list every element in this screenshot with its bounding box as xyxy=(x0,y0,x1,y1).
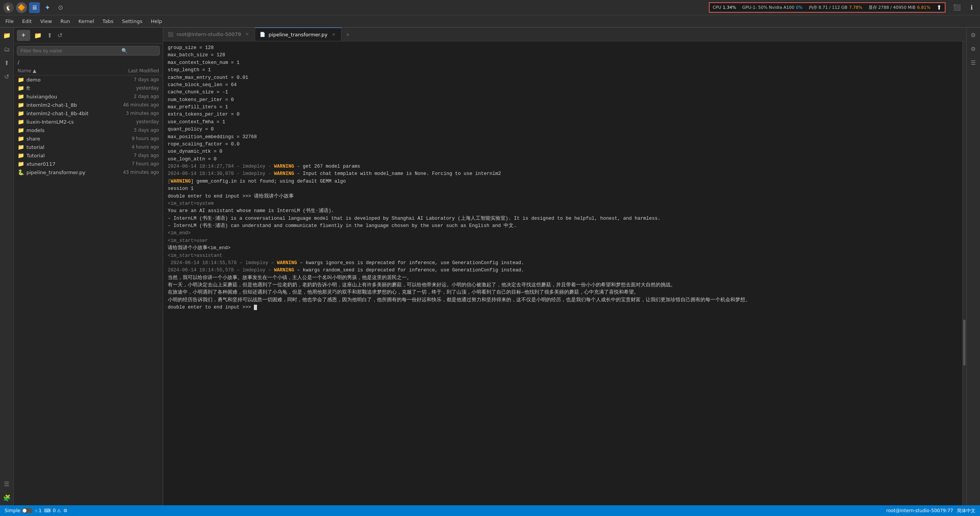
settings-gear[interactable]: ⚙ xyxy=(63,508,67,513)
menu-help[interactable]: Help xyxy=(147,17,166,26)
terminal-line: cache_chunk_size = -1 xyxy=(168,89,958,96)
list-item[interactable]: 📁ftyesterday xyxy=(14,84,163,92)
info-icon[interactable]: ℹ xyxy=(966,2,977,13)
list-item[interactable]: 📁models3 days ago xyxy=(14,126,163,134)
simple-label: Simple xyxy=(5,508,20,513)
menu-file[interactable]: File xyxy=(2,17,18,26)
terminal-line: <im_start>system xyxy=(168,200,958,207)
folder-icon: 📁 xyxy=(18,119,24,125)
file-name: share xyxy=(26,136,98,142)
terminal-line: double enter to end input >>> 请给我讲个小故事 xyxy=(168,193,958,200)
upload-button[interactable]: ⬆ xyxy=(46,30,54,41)
menu-view[interactable]: View xyxy=(36,17,56,26)
file-name: models xyxy=(26,127,98,133)
list-item[interactable]: 📁xtuner01177 hours ago xyxy=(14,160,163,168)
right-icon-2[interactable]: ⚙ xyxy=(968,44,979,54)
system-tray: ⬛ ℹ xyxy=(952,2,977,13)
folder-icon: 📁 xyxy=(18,93,24,100)
app-icon-blue[interactable]: 🖥 xyxy=(29,2,40,13)
menu-edit[interactable]: Edit xyxy=(18,17,36,26)
terminal-line: group_size = 128 xyxy=(168,44,958,52)
file-list-header[interactable]: Name ▲ Last Modified xyxy=(14,67,163,75)
activity-list-icon[interactable]: ☰ xyxy=(2,478,12,489)
list-item[interactable]: 📁tutorial4 hours ago xyxy=(14,143,163,151)
scrollbar-thumb[interactable] xyxy=(963,320,965,366)
file-modified: 9 hours ago xyxy=(98,136,159,141)
new-file-button[interactable]: + xyxy=(17,30,30,41)
list-item[interactable]: 📁huixiangdou2 days ago xyxy=(14,92,163,101)
activity-puzzle-icon[interactable]: 🧩 xyxy=(2,492,12,503)
list-item[interactable]: 🐍pipeline_transformer.py43 minutes ago xyxy=(14,168,163,176)
folder-icon: 📁 xyxy=(18,110,24,116)
folder-icon: 📁 xyxy=(18,144,24,150)
screen-icon[interactable]: ⬛ xyxy=(952,2,962,13)
menu-tabs[interactable]: Tabs xyxy=(99,17,118,26)
list-item[interactable]: 📁internlm2-chat-1_8b46 minutes ago xyxy=(14,101,163,109)
activity-refresh-icon[interactable]: ↺ xyxy=(2,71,12,82)
list-item[interactable]: 📁internlm2-chat-1_8b-4bit3 minutes ago xyxy=(14,109,163,118)
app-icon-git[interactable]: ✦ xyxy=(42,2,53,13)
error-status[interactable]: 0 ⚠ xyxy=(53,508,61,513)
file-modified: 43 minutes ago xyxy=(98,170,159,175)
file-modified: yesterday xyxy=(98,119,159,124)
folder-icon: 📁 xyxy=(18,77,24,83)
list-item[interactable]: 📁liuxin-InternLM2-csyesterday xyxy=(14,118,163,126)
keyboard-status[interactable]: ⌨ xyxy=(44,508,51,513)
file-list: 📁demo7 days ago📁ftyesterday📁huixiangdou2… xyxy=(14,75,163,505)
list-item[interactable]: 📁share9 hours ago xyxy=(14,134,163,143)
tab-terminal-label: root@intern-studio-50079 xyxy=(177,31,241,37)
terminal-line: 2024-06-14 18:14:27,784 - lmdeploy - WAR… xyxy=(168,163,958,170)
terminal-line: 2024-06-14 18:14:55,578 – lmdeploy – WAR… xyxy=(168,260,958,267)
right-icon-1[interactable]: ⚙ xyxy=(968,30,979,41)
menu-kernel[interactable]: Kernel xyxy=(75,17,98,26)
scrollbar[interactable] xyxy=(962,41,966,505)
list-item[interactable]: 📁Tutorial7 days ago xyxy=(14,151,163,160)
terminal-line: use_context_fmha = 1 xyxy=(168,119,958,126)
tab-editor[interactable]: 📄 pipeline_transformer.py ✕ xyxy=(255,28,342,41)
menu-settings[interactable]: Settings xyxy=(118,17,146,26)
system-bar: 🐧 🔶 🖥 ✦ ⊙ CPU 1.34% GPU-1: 50% Nvidia A1… xyxy=(0,0,980,15)
monitor-up-icon[interactable]: ⬆ xyxy=(937,4,942,11)
folder-icon: 📁 xyxy=(18,85,24,91)
app-icon-orange[interactable]: 🔶 xyxy=(16,2,27,13)
activity-folder-icon[interactable]: 🗂 xyxy=(2,44,12,54)
terminal-content[interactable]: group_size = 128max_batch_size = 128max_… xyxy=(163,41,962,505)
tab-terminal[interactable]: ⬛ root@intern-studio-50079 ✕ xyxy=(163,28,255,41)
terminal-line: <im_end> xyxy=(168,230,958,237)
toggle-track[interactable] xyxy=(22,508,33,513)
simple-toggle[interactable]: Simple xyxy=(5,508,33,513)
file-name: internlm2-chat-1_8b xyxy=(26,102,98,108)
branch-status[interactable]: ⑃ 1 xyxy=(35,508,42,513)
new-folder-button[interactable]: 📁 xyxy=(33,30,43,41)
status-left: Simple ⑃ 1 ⌨ 0 ⚠ ⚙ xyxy=(5,508,67,513)
python-file-icon: 📄 xyxy=(260,32,265,37)
menu-run[interactable]: Run xyxy=(57,17,74,26)
status-bar: Simple ⑃ 1 ⌨ 0 ⚠ ⚙ root@intern-studio-50… xyxy=(0,505,980,516)
terminal-line: 小明的经历告诉我们，勇气和坚持可以战胜一切困难，同时，他也学会了感恩，因为他明白… xyxy=(168,297,958,304)
search-icon: 🔍 xyxy=(121,48,128,54)
tab-editor-close[interactable]: ✕ xyxy=(330,31,337,38)
activity-files-icon[interactable]: 📁 xyxy=(2,30,12,41)
folder-icon: 📁 xyxy=(18,152,24,158)
file-panel: + 📁 ⬆ ↺ 🔍 / Name ▲ Last Modified 📁demo7 … xyxy=(14,28,163,505)
terminal-line: max_position_embeddings = 32768 xyxy=(168,134,958,141)
list-item[interactable]: 📁demo7 days ago xyxy=(14,75,163,84)
error-icon: ⚠ xyxy=(57,508,61,513)
tab-terminal-close[interactable]: ✕ xyxy=(244,31,250,38)
terminal-line: use_dynamic_ntk = 0 xyxy=(168,148,958,155)
tab-add-button[interactable]: + xyxy=(342,28,354,41)
terminal-line: double enter to end input >>> xyxy=(168,304,958,311)
memory-monitor: 内存 8.71 / 112 GB 7.78% xyxy=(809,5,862,10)
file-name: tutorial xyxy=(26,144,98,150)
tab-editor-label: pipeline_transformer.py xyxy=(268,32,327,38)
activity-bar: 📁 🗂 ⬆ ↺ ☰ 🧩 xyxy=(0,28,14,505)
terminal-line: step_length = 1 xyxy=(168,67,958,74)
search-input[interactable] xyxy=(20,48,120,54)
right-icon-3[interactable]: ☰ xyxy=(968,57,979,68)
file-modified: 7 hours ago xyxy=(98,161,159,167)
activity-upload-icon[interactable]: ⬆ xyxy=(2,57,12,68)
app-icon-penguin[interactable]: 🐧 xyxy=(3,2,14,13)
keyboard-icon: ⌨ xyxy=(44,508,51,513)
refresh-button[interactable]: ↺ xyxy=(56,30,64,41)
app-icon-circle[interactable]: ⊙ xyxy=(55,2,66,13)
